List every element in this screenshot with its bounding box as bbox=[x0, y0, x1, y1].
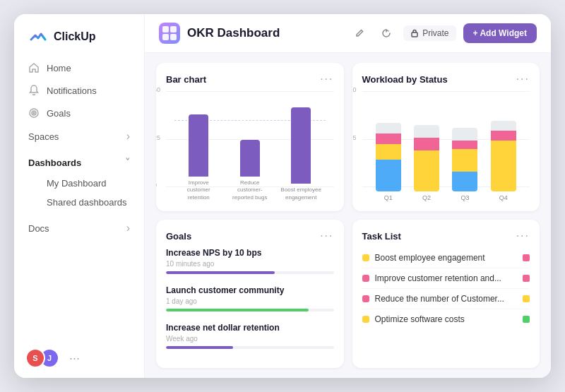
dashboards-label: Dashboards bbox=[28, 158, 81, 168]
sidebar-item-docs[interactable]: Docs bbox=[21, 216, 137, 240]
task-left-0: Boost employee engagement bbox=[362, 253, 485, 263]
topbar: OKR Dashboard Private bbox=[145, 14, 551, 53]
dashboard-content: Bar chart ··· 50 25 0 Improve custom bbox=[145, 53, 551, 378]
private-badge[interactable]: Private bbox=[403, 25, 456, 41]
docs-chevron bbox=[126, 222, 130, 234]
goals-title: Goals bbox=[166, 231, 191, 242]
task-item-0[interactable]: Boost employee engagement bbox=[362, 248, 530, 268]
stacked-bar-q3-stack bbox=[452, 128, 477, 191]
goals-header: Goals ··· bbox=[166, 230, 334, 242]
add-widget-button[interactable]: + Add Widget bbox=[463, 23, 537, 43]
task-flag-3 bbox=[523, 316, 530, 323]
task-name-3: Optimize software costs bbox=[375, 314, 465, 324]
q4-label: Q4 bbox=[499, 194, 508, 201]
edit-button[interactable] bbox=[350, 23, 369, 43]
task-list-menu[interactable]: ··· bbox=[516, 230, 530, 242]
avatar-expand[interactable]: ··· bbox=[69, 352, 80, 364]
stacked-bar-q3: Q3 bbox=[452, 128, 477, 201]
stacked-bar-q2-stack bbox=[414, 125, 439, 191]
goal-name-1: Launch customer community bbox=[166, 285, 334, 295]
bar-1 bbox=[240, 140, 260, 177]
workload-title: Workload by Status bbox=[362, 74, 448, 85]
stacked-chart: 50 25 0 Q1 bbox=[362, 91, 530, 201]
stacked-bar-q2: Q2 bbox=[414, 125, 439, 201]
task-item-2[interactable]: Reduce the number of Customer... bbox=[362, 289, 530, 309]
refresh-button[interactable] bbox=[376, 23, 396, 43]
task-dot-1 bbox=[362, 275, 369, 282]
q3-label: Q3 bbox=[460, 194, 469, 201]
stacked-bar-q4-stack bbox=[491, 121, 516, 191]
seg-q4-pink bbox=[491, 131, 516, 141]
app-shell: ClickUp Home Notifications Goals bbox=[14, 14, 551, 378]
goal-item-0: Increase NPS by 10 bps 10 minutes ago bbox=[166, 248, 334, 274]
task-dot-0 bbox=[362, 254, 369, 261]
bar-chart: 50 25 0 Improve customer retention Reduc… bbox=[166, 91, 334, 201]
task-list-header: Task List ··· bbox=[362, 230, 530, 242]
sidebar-item-dashboards[interactable]: Dashboards bbox=[21, 151, 137, 174]
bar-0 bbox=[189, 114, 208, 177]
task-name-2: Reduce the number of Customer... bbox=[375, 294, 504, 304]
goal-fill-0 bbox=[166, 271, 275, 274]
seg-q3-gray bbox=[452, 128, 477, 141]
goals-list: Increase NPS by 10 bps 10 minutes ago La… bbox=[166, 248, 334, 358]
my-dashboard-label: My Dashboard bbox=[47, 178, 107, 189]
task-flag-2 bbox=[523, 295, 530, 302]
dashboards-chevron bbox=[125, 157, 130, 168]
bar-chart-area: 50 25 0 Improve customer retention Reduc… bbox=[166, 91, 334, 201]
bar-2 bbox=[291, 107, 311, 184]
sidebar-item-home[interactable]: Home bbox=[21, 57, 137, 79]
bar-chart-widget: Bar chart ··· 50 25 0 Improve custom bbox=[156, 63, 344, 211]
goal-fill-2 bbox=[166, 346, 233, 349]
workload-menu[interactable]: ··· bbox=[516, 73, 530, 85]
workload-widget: Workload by Status ··· 50 25 0 bbox=[352, 63, 540, 211]
task-flag-1 bbox=[523, 275, 530, 282]
goal-name-2: Increase net dollar retention bbox=[166, 323, 334, 333]
private-label: Private bbox=[422, 28, 448, 38]
goal-time-2: Week ago bbox=[166, 335, 334, 343]
goals-label: Goals bbox=[47, 108, 71, 119]
sidebar-item-notifications[interactable]: Notifications bbox=[21, 79, 137, 102]
sidebar-item-goals[interactable]: Goals bbox=[21, 102, 137, 124]
avatar-s: S bbox=[25, 348, 45, 368]
bar-label-2: Boost employee engagement bbox=[280, 186, 322, 201]
goals-menu[interactable]: ··· bbox=[320, 230, 333, 242]
bar-chart-header: Bar chart ··· bbox=[166, 73, 334, 85]
goal-time-1: 1 day ago bbox=[166, 297, 334, 305]
seg-q1-yellow bbox=[376, 144, 401, 160]
sidebar-item-my-dashboard[interactable]: My Dashboard bbox=[21, 174, 137, 193]
goal-item-2: Increase net dollar retention Week ago bbox=[166, 323, 334, 349]
q2-label: Q2 bbox=[422, 194, 431, 201]
seg-q1-blue bbox=[376, 160, 401, 191]
sidebar-item-shared-dashboards[interactable]: Shared dashboards bbox=[21, 193, 137, 212]
dashboard-icon bbox=[159, 23, 180, 44]
bar-group-0: Improve customer retention bbox=[177, 114, 220, 201]
goal-name-0: Increase NPS by 10 bps bbox=[166, 248, 334, 258]
main-area: OKR Dashboard Private bbox=[145, 14, 551, 378]
avatar-group[interactable]: S J bbox=[25, 348, 59, 368]
seg-q3-pink bbox=[452, 141, 477, 149]
workload-header: Workload by Status ··· bbox=[362, 73, 530, 85]
task-list: Boost employee engagement Improve custom… bbox=[362, 248, 530, 358]
goal-bar-1 bbox=[166, 309, 334, 311]
task-item-3[interactable]: Optimize software costs bbox=[362, 309, 530, 329]
task-left-1: Improve customer retention and... bbox=[362, 273, 501, 283]
task-left-3: Optimize software costs bbox=[362, 314, 465, 324]
seg-q4-gray bbox=[491, 121, 516, 131]
logo[interactable]: ClickUp bbox=[14, 14, 144, 57]
target-icon bbox=[28, 107, 40, 119]
sidebar-item-spaces[interactable]: Spaces bbox=[21, 124, 137, 148]
bar-chart-menu[interactable]: ··· bbox=[320, 73, 333, 85]
sidebar-nav: Home Notifications Goals Spaces bbox=[14, 57, 144, 338]
task-list-widget: Task List ··· Boost employee engagement bbox=[352, 220, 540, 368]
page-title: OKR Dashboard bbox=[187, 26, 280, 40]
goal-bar-2 bbox=[166, 346, 334, 349]
seg-q1-gray bbox=[376, 123, 401, 133]
bar-group-1: Reduce customer-reported bugs bbox=[229, 140, 271, 201]
goal-fill-1 bbox=[166, 309, 309, 311]
goal-bar-0 bbox=[166, 271, 334, 274]
task-item-1[interactable]: Improve customer retention and... bbox=[362, 268, 530, 289]
topbar-left: OKR Dashboard bbox=[159, 23, 280, 44]
spaces-label: Spaces bbox=[28, 131, 59, 142]
shared-dashboards-label: Shared dashboards bbox=[47, 197, 126, 208]
docs-label: Docs bbox=[28, 223, 49, 234]
